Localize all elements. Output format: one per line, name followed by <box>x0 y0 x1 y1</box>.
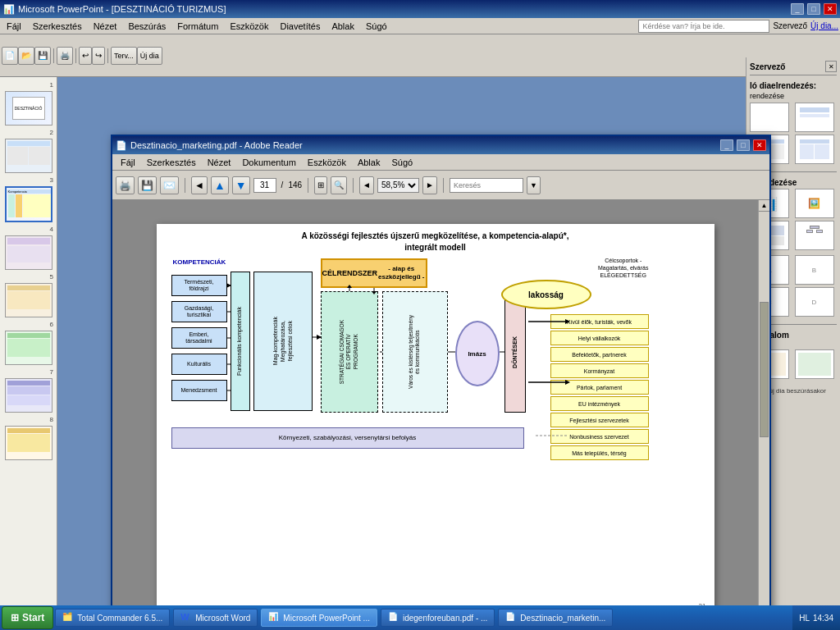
pdf-next-btn[interactable]: ▲ <box>211 176 229 194</box>
layout-thumb-f[interactable] <box>795 349 834 379</box>
pdf-menu-sugo[interactable]: Súgó <box>386 157 418 168</box>
pdf-menu-eszkozok[interactable]: Eszközök <box>303 157 351 168</box>
pdf-menu-szerkesztes[interactable]: Szerkesztés <box>142 157 201 168</box>
ppt-redo-btn[interactable]: ↪ <box>92 47 105 65</box>
scrollbar-up-btn[interactable]: ▲ <box>759 200 769 212</box>
target-kormanyzat: Kormányzat <box>550 363 649 378</box>
slide-thumb-8[interactable] <box>5 426 52 460</box>
powerpoint-window: 📊 Microsoft PowerPoint - [DESZTINÁCIÓ TU… <box>0 0 840 605</box>
pdf-search-input[interactable] <box>450 178 523 193</box>
box-mag: Mag-kompetenciákMeghatározása,fejlesztés… <box>253 272 313 411</box>
pdf-page-content: A közösségi fejlesztés újszerű megközelí… <box>157 224 714 605</box>
ppt-minimize-btn[interactable]: _ <box>791 3 804 15</box>
pdf-reader-window: 📄 Desztinacio_marketing.pdf - Adobe Read… <box>111 135 771 605</box>
pdf-page: A közösségi fejlesztés újszerű megközelí… <box>112 200 758 605</box>
target-mas: Más település, térség <box>550 445 649 460</box>
slide-num-8: 8 <box>0 416 57 423</box>
slide-thumb-3[interactable]: Kompetencia <box>5 186 52 222</box>
layout-thumb-b[interactable]: B <box>795 255 834 285</box>
right-panel-close[interactable]: ✕ <box>825 61 837 72</box>
pdf-restore-btn[interactable]: □ <box>737 139 750 151</box>
ppt-maximize-btn[interactable]: □ <box>807 3 820 15</box>
ppt-menu-formatum[interactable]: Formátum <box>172 21 223 32</box>
target-partok: Pártok, parlament <box>550 380 649 395</box>
lang-indicator: HL <box>799 614 810 623</box>
pdf-fitpage-btn[interactable]: 🔍 <box>331 176 347 194</box>
scrollbar-thumb[interactable] <box>760 302 769 437</box>
box-emberi: Emberi,társadalmi <box>171 327 227 349</box>
ppt-open-btn[interactable]: 📂 <box>18 47 34 65</box>
pdf-vertical-scrollbar[interactable]: ▲ ▼ <box>758 200 769 605</box>
taskbar-pdf2[interactable]: 📄 Desztinacio_marketin... <box>498 609 613 627</box>
pdf2-icon: 📄 <box>505 612 517 623</box>
ppt-newslide-btn[interactable]: Új dia <box>137 47 162 65</box>
ppt-new-slide-btn[interactable]: Új dia... <box>810 21 838 30</box>
taskbar-powerpoint[interactable]: 📊 Microsoft PowerPoint ... <box>261 609 377 627</box>
pdf-menu-nezet[interactable]: Nézet <box>203 157 236 168</box>
pdf-menu-fajl[interactable]: Fájl <box>116 157 140 168</box>
pdf-prev-btn[interactable]: ◄ <box>191 176 208 194</box>
taskbar-pdf1[interactable]: 📄 idegenforeuban.pdf - ... <box>381 609 495 627</box>
ppt-main-area: 1 DESZTINÁCIÓ 2 <box>0 77 840 605</box>
ppt-menu-szerkesztes[interactable]: Szerkesztés <box>28 21 87 32</box>
layout-thumb-blank[interactable] <box>750 103 789 132</box>
box-celrendszer: CÉLRENDSZER- alap és eszközjellegű - <box>321 258 427 288</box>
pdf-search-btn[interactable]: ▼ <box>527 176 541 194</box>
pdf-page-sep: / <box>280 180 285 189</box>
ppt-close-btn[interactable]: ✕ <box>824 3 837 15</box>
pdf-zoomin-btn[interactable]: ► <box>422 176 437 194</box>
kompetenciak-label: KOMPETENCIÁK <box>173 258 226 266</box>
diagram-title: A közösségi fejlesztés újszerű megközelí… <box>157 224 714 255</box>
layout-thumb-title[interactable] <box>795 103 834 132</box>
layout-thumb-media[interactable]: 🖼️ <box>795 189 834 218</box>
ppt-save-btn[interactable]: 💾 <box>34 47 51 65</box>
pdf-page-input[interactable] <box>253 178 276 193</box>
ppt-help-search[interactable] <box>638 20 769 33</box>
box-environment: Környezeti, szabályozási, versenytársi b… <box>171 427 524 449</box>
ppt-menu-ablak[interactable]: Ablak <box>326 21 359 32</box>
toolbar-sep1 <box>53 48 54 63</box>
slide-num-4: 4 <box>0 226 57 233</box>
taskbar-word[interactable]: W Microsoft Word <box>173 609 258 627</box>
ppt-menu-diavetites[interactable]: Diavetítés <box>275 21 325 32</box>
ppt-menu-sugo[interactable]: Súgó <box>361 21 392 32</box>
box-dontesek: DÖNTÉSEK <box>504 291 526 413</box>
pdf-save-btn[interactable]: 💾 <box>138 176 157 194</box>
ppt-design-btn[interactable]: Terv... <box>111 47 137 65</box>
ppt-menu-fajl[interactable]: Fájl <box>2 21 26 32</box>
slide-thumb-2[interactable] <box>5 139 52 173</box>
pdf-zoomout-btn[interactable]: ◄ <box>359 176 374 194</box>
pdf-email-btn[interactable]: ✉️ <box>160 176 179 194</box>
slide-thumb-4[interactable] <box>5 235 52 270</box>
ppt-menu-nezet[interactable]: Nézet <box>89 21 122 32</box>
pdf-minimize-btn[interactable]: _ <box>720 139 733 151</box>
slide-thumb-5[interactable] <box>5 283 52 317</box>
ppt-new-btn[interactable]: 📄 <box>2 47 18 65</box>
pdf-menu-ablak[interactable]: Ablak <box>353 157 386 168</box>
ppt-menu-eszkozok[interactable]: Eszközök <box>225 21 273 32</box>
pdf-content-area: A közösségi fejlesztés újszerű megközelí… <box>112 200 769 605</box>
ppt-menu-beszuras[interactable]: Beszúrás <box>123 21 171 32</box>
ppt-title: Microsoft PowerPoint - [DESZTINÁCIÓ TURI… <box>18 4 226 14</box>
pdf-print-btn[interactable]: 🖨️ <box>116 176 135 194</box>
pdf-fitwidth-btn[interactable]: ⊞ <box>314 176 327 194</box>
slide-num-3: 3 <box>0 176 57 184</box>
pdf-close-btn[interactable]: ✕ <box>753 139 766 151</box>
slide-thumb-1[interactable]: DESZTINÁCIÓ <box>5 91 52 126</box>
layout-thumb-two-col[interactable] <box>795 135 834 164</box>
layout-thumb-org[interactable] <box>795 221 834 250</box>
windows-logo: ⊞ <box>11 612 19 623</box>
start-button[interactable]: ⊞ Start <box>2 606 53 629</box>
layout-thumb-d[interactable]: D <box>795 287 834 317</box>
ppt-print-btn[interactable]: 🖨️ <box>57 47 73 65</box>
slide-thumbnail-panel: 1 DESZTINÁCIÓ 2 <box>0 77 57 605</box>
word-icon: W <box>180 612 192 623</box>
pdf-menu-dokumentum[interactable]: Dokumentum <box>237 157 300 168</box>
pdf-sep2 <box>308 178 308 193</box>
taskbar-total-commander[interactable]: 🗂️ Total Commander 6.5... <box>55 609 170 627</box>
slide-thumb-7[interactable] <box>5 378 52 413</box>
pdf-down-btn[interactable]: ▼ <box>232 176 250 194</box>
slide-thumb-6[interactable] <box>5 331 52 365</box>
ppt-undo-btn[interactable]: ↩ <box>79 47 92 65</box>
pdf-zoom-select[interactable]: 58,5% 50% 75% 100% <box>377 178 419 193</box>
